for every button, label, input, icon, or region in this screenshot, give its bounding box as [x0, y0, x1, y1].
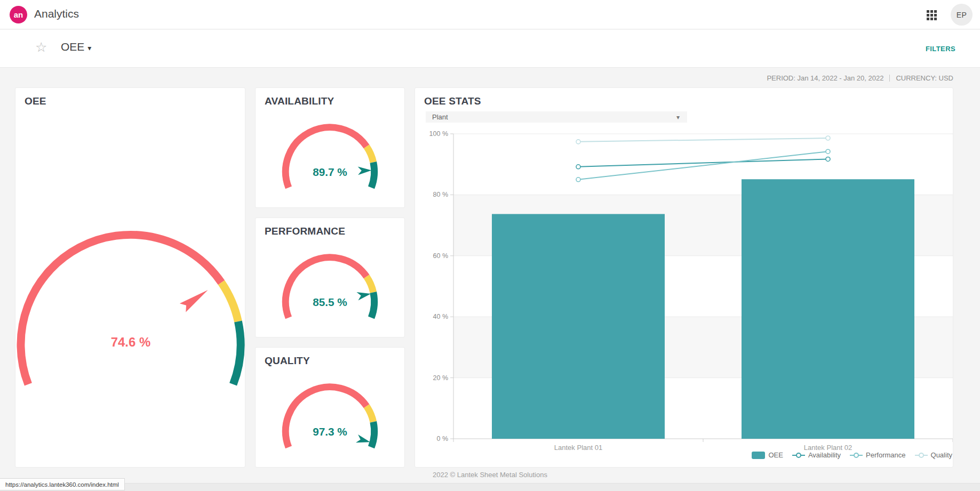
chart-canvas	[415, 88, 953, 468]
report-title-label: OEE	[61, 41, 84, 53]
user-avatar[interactable]: EP	[951, 4, 973, 26]
legend-item-oee[interactable]: OEE	[752, 451, 783, 459]
y-axis-label: 60 %	[420, 252, 448, 260]
period-bar: PERIOD: Jan 14, 2022 - Jan 20, 2022 CURR…	[0, 68, 980, 87]
marker-quality[interactable]	[826, 136, 830, 140]
legend-swatch-availability	[792, 455, 805, 456]
chart-legend: OEEAvailabilityPerformanceQuality	[752, 451, 952, 459]
legend-item-availability[interactable]: Availability	[792, 451, 841, 459]
oee-gauge-value: 74.6 %	[111, 335, 150, 349]
legend-label: Availability	[808, 451, 841, 459]
currency-text: CURRENCY: USD	[896, 74, 953, 82]
bar-lantek-plant-01[interactable]	[492, 214, 665, 439]
oee-stats-card: OEE STATS Plant ▾ 0 %20 %40 %60 %80 %100…	[415, 87, 953, 468]
availability-gauge-card: AVAILABILITY 89.7 %	[255, 87, 405, 208]
card-title: AVAILABILITY	[265, 95, 334, 107]
marker-availability[interactable]	[826, 157, 830, 161]
legend-swatch-performance	[850, 455, 863, 456]
quality-gauge-value: 97.3 %	[313, 425, 347, 438]
dashboard-grid: OEE 74.6 % AVAILABILITY 89.7 % PERFORMAN…	[15, 87, 953, 468]
marker-performance[interactable]	[576, 178, 580, 182]
filters-button[interactable]: FILTERS	[926, 45, 955, 53]
oee-gauge-needle	[180, 286, 211, 312]
browser-status-url: https://analytics.lantek360.com/index.ht…	[0, 478, 125, 490]
x-axis-label: Lantek Plant 01	[554, 444, 602, 452]
horizontal-scrollbar[interactable]	[0, 483, 980, 491]
period-text: PERIOD: Jan 14, 2022 - Jan 20, 2022	[767, 74, 883, 82]
dropdown-value: Plant	[432, 113, 448, 121]
legend-item-performance[interactable]: Performance	[850, 451, 905, 459]
y-axis-label: 20 %	[420, 374, 448, 382]
card-title: OEE STATS	[424, 95, 481, 107]
y-axis-label: 100 %	[420, 130, 448, 138]
y-axis-label: 0 %	[420, 435, 448, 442]
app-title: Analytics	[34, 7, 79, 20]
kpi-column: AVAILABILITY 89.7 % PERFORMANCE 85.5 % Q…	[255, 87, 405, 468]
marker-performance[interactable]	[826, 149, 830, 154]
card-title: PERFORMANCE	[265, 226, 345, 237]
availability-gauge-needle	[358, 166, 372, 175]
app-logo-icon[interactable]: an	[10, 6, 27, 23]
page: an Analytics EP ☆ OEE▾ FILTERS PERIOD: J…	[0, 0, 980, 491]
availability-gauge-value: 89.7 %	[313, 166, 347, 178]
card-title: OEE	[25, 95, 46, 107]
report-title-dropdown[interactable]: OEE▾	[61, 41, 91, 53]
oee-gauge-svg: 74.6 %	[15, 88, 245, 467]
oee-gauge: 74.6 %	[15, 88, 245, 467]
top-bar: an Analytics EP	[0, 0, 980, 29]
performance-gauge-card: PERFORMANCE 85.5 %	[255, 218, 405, 338]
legend-swatch-quality	[915, 455, 928, 456]
chevron-down-icon: ▾	[87, 44, 91, 52]
legend-label: OEE	[768, 451, 783, 459]
bar-lantek-plant-02[interactable]	[742, 179, 914, 439]
report-toolbar: ☆ OEE▾ FILTERS	[0, 30, 980, 68]
y-axis-label: 40 %	[420, 313, 448, 320]
oee-gauge-card: OEE 74.6 %	[15, 87, 245, 468]
performance-gauge-value: 85.5 %	[313, 295, 347, 308]
performance-gauge-needle	[356, 289, 371, 300]
y-axis-label: 80 %	[420, 191, 448, 198]
legend-swatch-oee	[752, 452, 765, 459]
favorite-star-icon[interactable]: ☆	[35, 39, 47, 55]
chevron-down-icon: ▾	[676, 114, 680, 121]
apps-grid-icon[interactable]	[927, 10, 937, 20]
group-by-dropdown[interactable]: Plant ▾	[426, 111, 687, 123]
legend-label: Performance	[866, 451, 905, 459]
legend-label: Quality	[931, 451, 952, 459]
marker-availability[interactable]	[576, 165, 580, 169]
legend-item-quality[interactable]: Quality	[915, 451, 952, 459]
card-title: QUALITY	[265, 355, 310, 367]
divider	[889, 75, 890, 82]
copyright-footer: 2022 © Lantek Sheet Metal Solutions	[0, 471, 980, 479]
oee-stats-chart: 0 %20 %40 %60 %80 %100 %Lantek Plant 01L…	[415, 88, 953, 468]
x-axis-label: Lantek Plant 02	[804, 444, 852, 452]
marker-quality[interactable]	[576, 140, 580, 144]
quality-gauge-card: QUALITY 97.3 %	[255, 347, 405, 468]
